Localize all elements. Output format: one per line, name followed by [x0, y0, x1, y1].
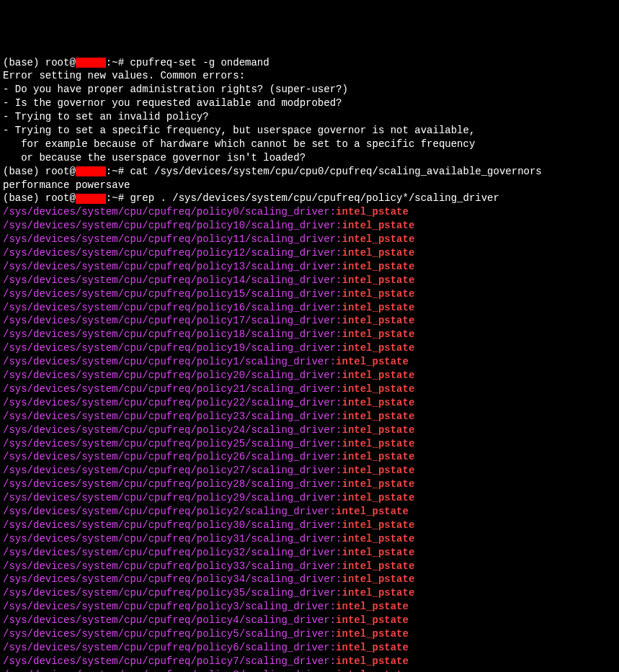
error-output-line: for example because of hardware which ca… [3, 138, 616, 151]
scaling-driver-path: /sys/devices/system/cpu/cpufreq/policy2/… [3, 506, 330, 517]
command-line: (base) root@ :~# cat /sys/devices/system… [3, 165, 616, 179]
grep-output-line: /sys/devices/system/cpu/cpufreq/policy15… [3, 287, 616, 301]
scaling-driver-value: intel_pstate [342, 328, 414, 340]
terminal-output[interactable]: (base) root@ :~# cpufreq-set -g ondemand… [3, 56, 616, 672]
hostname-redacted [76, 166, 106, 176]
grep-output-line: /sys/devices/system/cpu/cpufreq/policy20… [3, 369, 616, 382]
command-cat-governors: cat /sys/devices/system/cpu/cpu0/cpufreq… [130, 166, 541, 177]
scaling-driver-path: /sys/devices/system/cpu/cpufreq/policy21… [3, 383, 336, 395]
scaling-driver-path: /sys/devices/system/cpu/cpufreq/policy10… [3, 220, 336, 231]
scaling-driver-path: /sys/devices/system/cpu/cpufreq/policy17… [3, 315, 336, 326]
prompt-base: (base) root@ [3, 166, 76, 177]
scaling-driver-path: /sys/devices/system/cpu/cpufreq/policy28… [3, 478, 336, 490]
scaling-driver-value: intel_pstate [336, 206, 409, 218]
scaling-driver-value: intel_pstate [342, 587, 414, 599]
command-grep-driver: grep . /sys/devices/system/cpu/cpufreq/p… [130, 192, 499, 204]
scaling-driver-path: /sys/devices/system/cpu/cpufreq/policy26… [3, 451, 336, 462]
scaling-driver-value: intel_pstate [336, 356, 409, 367]
scaling-driver-value: intel_pstate [336, 642, 409, 653]
error-line: Error setting new values. Common errors: [3, 70, 245, 81]
grep-output-line: /sys/devices/system/cpu/cpufreq/policy28… [3, 478, 616, 491]
grep-output-line: /sys/devices/system/cpu/cpufreq/policy18… [3, 328, 616, 341]
grep-output-line: /sys/devices/system/cpu/cpufreq/policy32… [3, 546, 616, 560]
scaling-driver-value: intel_pstate [336, 655, 409, 667]
command-cpufreq-set: cpufreq-set -g ondemand [130, 57, 269, 68]
scaling-driver-value: intel_pstate [342, 288, 414, 300]
scaling-driver-path: /sys/devices/system/cpu/cpufreq/policy11… [3, 233, 336, 245]
scaling-driver-value: intel_pstate [342, 478, 414, 490]
error-line: or because the userspace governor isn't … [3, 152, 306, 163]
hostname-redacted [76, 194, 106, 204]
error-line: for example because of hardware which ca… [3, 138, 475, 150]
scaling-driver-value: intel_pstate [342, 261, 414, 272]
output-line: performance powersave [3, 179, 616, 192]
scaling-driver-path: /sys/devices/system/cpu/cpufreq/policy12… [3, 247, 336, 259]
scaling-driver-value: intel_pstate [342, 315, 414, 326]
grep-output-line: /sys/devices/system/cpu/cpufreq/policy16… [3, 301, 616, 315]
scaling-driver-path: /sys/devices/system/cpu/cpufreq/policy16… [3, 302, 336, 313]
grep-output-line: /sys/devices/system/cpu/cpufreq/policy7/… [3, 655, 616, 668]
error-output-line: - Do you have proper administration righ… [3, 83, 616, 97]
separator-colon: : [330, 506, 336, 517]
scaling-driver-value: intel_pstate [342, 547, 414, 558]
scaling-driver-path: /sys/devices/system/cpu/cpufreq/policy18… [3, 328, 336, 340]
scaling-driver-value: intel_pstate [342, 369, 414, 381]
scaling-driver-value: intel_pstate [342, 533, 414, 545]
grep-output-line: /sys/devices/system/cpu/cpufreq/policy22… [3, 396, 616, 410]
scaling-driver-path: /sys/devices/system/cpu/cpufreq/policy20… [3, 369, 336, 381]
grep-output-line: /sys/devices/system/cpu/cpufreq/policy1/… [3, 355, 616, 369]
scaling-driver-path: /sys/devices/system/cpu/cpufreq/policy4/… [3, 614, 330, 626]
scaling-driver-value: intel_pstate [342, 274, 414, 286]
grep-output-line: /sys/devices/system/cpu/cpufreq/policy8/… [3, 668, 616, 672]
scaling-driver-path: /sys/devices/system/cpu/cpufreq/policy25… [3, 438, 336, 449]
grep-output-line: /sys/devices/system/cpu/cpufreq/policy26… [3, 450, 616, 464]
prompt-suffix: :~# [106, 192, 130, 204]
error-output-line: - Trying to set a specific frequency, bu… [3, 124, 616, 138]
separator-colon: : [330, 669, 336, 672]
scaling-driver-value: intel_pstate [342, 302, 414, 313]
scaling-driver-value: intel_pstate [342, 397, 414, 408]
scaling-driver-value: intel_pstate [342, 560, 414, 572]
scaling-driver-path: /sys/devices/system/cpu/cpufreq/policy1/… [3, 356, 330, 367]
scaling-driver-path: /sys/devices/system/cpu/cpufreq/policy35… [3, 587, 336, 599]
scaling-driver-path: /sys/devices/system/cpu/cpufreq/policy30… [3, 519, 336, 531]
scaling-driver-path: /sys/devices/system/cpu/cpufreq/policy24… [3, 424, 336, 436]
error-line: - Do you have proper administration righ… [3, 84, 348, 95]
scaling-driver-path: /sys/devices/system/cpu/cpufreq/policy19… [3, 342, 336, 354]
scaling-driver-path: /sys/devices/system/cpu/cpufreq/policy34… [3, 573, 336, 585]
grep-output-line: /sys/devices/system/cpu/cpufreq/policy0/… [3, 205, 616, 219]
grep-output-line: /sys/devices/system/cpu/cpufreq/policy25… [3, 437, 616, 451]
scaling-driver-value: intel_pstate [336, 506, 409, 517]
grep-output-line: /sys/devices/system/cpu/cpufreq/policy24… [3, 424, 616, 437]
scaling-driver-path: /sys/devices/system/cpu/cpufreq/policy15… [3, 288, 336, 300]
scaling-driver-value: intel_pstate [342, 438, 414, 449]
error-line: - Trying to set an invalid policy? [3, 111, 209, 122]
scaling-driver-value: intel_pstate [342, 220, 414, 231]
scaling-driver-path: /sys/devices/system/cpu/cpufreq/policy3/… [3, 601, 330, 612]
scaling-driver-value: intel_pstate [342, 573, 414, 585]
separator-colon: : [330, 356, 336, 367]
prompt-base: (base) root@ [3, 57, 76, 68]
error-output-line: - Is the governor you requested availabl… [3, 97, 616, 110]
grep-output-line: /sys/devices/system/cpu/cpufreq/policy27… [3, 464, 616, 478]
scaling-driver-value: intel_pstate [336, 628, 409, 640]
scaling-driver-value: intel_pstate [342, 383, 414, 395]
separator-colon: : [330, 601, 336, 612]
grep-output-line: /sys/devices/system/cpu/cpufreq/policy33… [3, 560, 616, 573]
grep-output-line: /sys/devices/system/cpu/cpufreq/policy23… [3, 410, 616, 424]
hostname-redacted [76, 58, 106, 68]
scaling-driver-path: /sys/devices/system/cpu/cpufreq/policy23… [3, 411, 336, 422]
scaling-driver-value: intel_pstate [342, 247, 414, 259]
scaling-driver-path: /sys/devices/system/cpu/cpufreq/policy0/… [3, 206, 330, 218]
separator-colon: : [330, 628, 336, 640]
scaling-driver-path: /sys/devices/system/cpu/cpufreq/policy31… [3, 533, 336, 545]
scaling-driver-path: /sys/devices/system/cpu/cpufreq/policy32… [3, 547, 336, 558]
grep-output-line: /sys/devices/system/cpu/cpufreq/policy13… [3, 260, 616, 274]
scaling-driver-path: /sys/devices/system/cpu/cpufreq/policy33… [3, 560, 336, 572]
scaling-driver-path: /sys/devices/system/cpu/cpufreq/policy6/… [3, 642, 330, 653]
command-line: (base) root@ :~# cpufreq-set -g ondemand [3, 56, 616, 70]
error-output-line: - Trying to set an invalid policy? [3, 110, 616, 124]
prompt-suffix: :~# [106, 166, 130, 177]
scaling-driver-path: /sys/devices/system/cpu/cpufreq/policy8/… [3, 669, 330, 672]
scaling-driver-value: intel_pstate [336, 669, 409, 672]
